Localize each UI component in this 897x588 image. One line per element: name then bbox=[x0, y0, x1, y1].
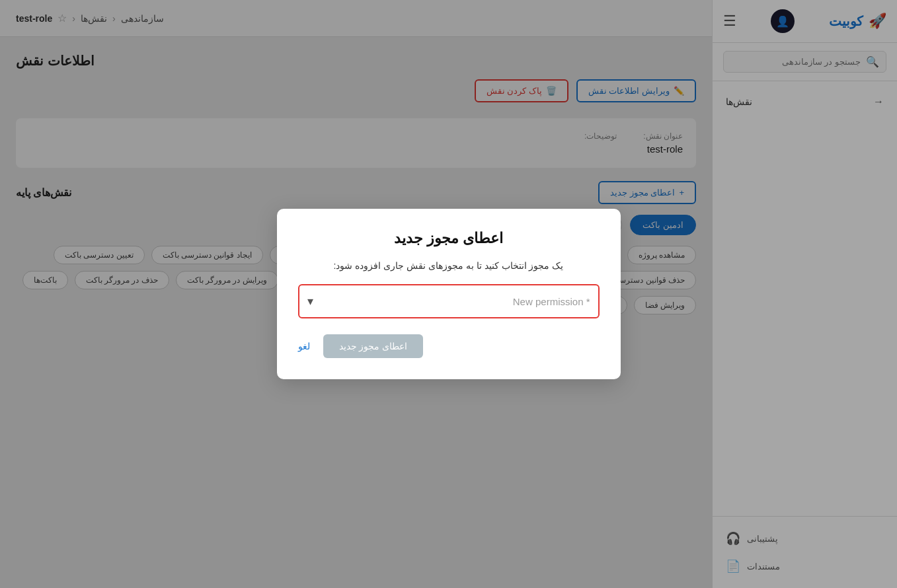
grant-permission-modal: اعطای مجوز جدید یک مجوز انتخاب کنید تا ب… bbox=[277, 209, 621, 379]
modal-overlay: اعطای مجوز جدید یک مجوز انتخاب کنید تا ب… bbox=[0, 0, 897, 588]
permission-select-wrapper[interactable]: ▾ * New permission bbox=[298, 284, 600, 318]
modal-title: اعطای مجوز جدید bbox=[298, 230, 600, 247]
permission-select-placeholder: * New permission bbox=[319, 296, 590, 307]
app-container: 🚀 کوبیت 👤 ☰ 🔍 → نقش‌ها پشتیبانی 🎧 bbox=[0, 0, 897, 588]
dropdown-arrow-icon: ▾ bbox=[307, 294, 313, 309]
cancel-button[interactable]: لغو bbox=[298, 334, 310, 358]
modal-description: یک مجوز انتخاب کنید تا به مجوزهای نقش جا… bbox=[298, 260, 600, 271]
modal-actions: اعطای مجوز جدید لغو bbox=[298, 334, 600, 358]
grant-button[interactable]: اعطای مجوز جدید bbox=[323, 334, 424, 358]
